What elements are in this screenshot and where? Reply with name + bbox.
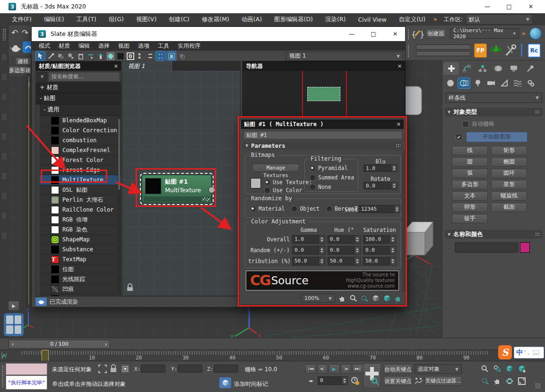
hue-spinner[interactable]: 0.0 <box>328 246 361 255</box>
node-output-socket[interactable] <box>208 187 215 193</box>
randomize-radio[interactable]: Object <box>291 205 320 212</box>
saturation-spinner[interactable]: 100.0 <box>363 235 396 244</box>
minimize-button[interactable]: — <box>476 0 498 13</box>
zoom-icon[interactable] <box>350 295 357 302</box>
hue-spinner[interactable]: 0.0 <box>328 235 361 244</box>
map-list-item[interactable]: RailClone Color <box>40 205 121 215</box>
ribbon-tab-poly-modeling[interactable]: 多边形建 <box>9 66 31 74</box>
maxscript-mini-listener-pink[interactable] <box>6 363 47 375</box>
navigator-node-proxy[interactable] <box>307 87 340 101</box>
helpers-icon[interactable] <box>498 78 510 88</box>
node-resize-hatch[interactable] <box>202 197 210 201</box>
pick-material-icon[interactable] <box>46 51 55 60</box>
tab-motion[interactable] <box>490 62 506 75</box>
slate-maximize-button[interactable]: □ <box>363 27 384 41</box>
shape-button[interactable]: 弧 <box>452 169 488 178</box>
ribbon-tab-modeling[interactable]: 建模 <box>15 57 31 65</box>
map-list-item[interactable]: BlendedBoxMap <box>40 116 121 126</box>
menu-item[interactable]: 文件(F) <box>6 13 38 26</box>
shape-button[interactable]: 线 <box>452 146 488 155</box>
map-list-item[interactable]: 光线跟踪 <box>40 274 121 284</box>
menu-item[interactable]: 组(G) <box>103 13 130 26</box>
menu-item[interactable]: 渲染(R) <box>319 13 352 26</box>
menu-overflow-icon[interactable]: » <box>433 16 437 23</box>
railclone-icon[interactable]: Rc <box>528 43 541 58</box>
rollout-grip[interactable] <box>535 110 540 114</box>
key-filters-button[interactable]: 关键点过滤器... <box>424 376 462 386</box>
spinner-arrows[interactable] <box>389 257 396 265</box>
rollout-grip[interactable] <box>535 232 540 237</box>
time-slider[interactable]: ‹ 0 / 100 › <box>9 340 110 349</box>
slate-minimize-button[interactable]: — <box>341 27 362 41</box>
layout-children-icon[interactable] <box>136 51 145 60</box>
tab-modify[interactable] <box>459 62 475 75</box>
slate-menu-item[interactable]: 实用程序 <box>173 42 205 50</box>
civil-view-icon[interactable] <box>529 27 542 40</box>
filtering-radio[interactable]: None <box>310 184 358 190</box>
ime-punctuation-mode[interactable]: ’， <box>524 349 531 356</box>
lights-icon[interactable] <box>472 78 484 88</box>
duplicate-material-icon[interactable] <box>56 51 65 60</box>
toolbar-overflow-icon[interactable]: » <box>522 30 526 37</box>
shape-button[interactable]: 星形 <box>491 180 527 189</box>
map-list-item[interactable]: 凹痕 <box>40 284 121 294</box>
gamma-spinner[interactable]: 0.0 <box>292 246 325 255</box>
viewport-layout-button[interactable] <box>4 313 24 336</box>
slate-menu-item[interactable]: 材质 <box>54 42 74 50</box>
shape-button[interactable]: 圆 <box>452 157 488 167</box>
systems-icon[interactable] <box>525 78 536 88</box>
blur-spinner[interactable]: 1.0 <box>363 164 398 172</box>
group-general[interactable]: - 通用 <box>40 104 121 116</box>
auto-key-button[interactable]: 自动关键点 <box>384 364 412 374</box>
menu-item[interactable]: Civil View <box>352 13 392 26</box>
go-to-start-button[interactable]: |◀◀ <box>305 364 316 374</box>
pan-hand-icon[interactable] <box>339 295 346 302</box>
redo-icon[interactable]: ↷ <box>20 27 30 38</box>
spinner-arrows[interactable] <box>391 165 397 171</box>
dialog-name-field[interactable]: 贴图 #1 <box>243 131 402 139</box>
shape-button[interactable]: 截面 <box>491 203 527 212</box>
scrollbar-thumb[interactable] <box>118 119 120 190</box>
map-list-item[interactable]: ComplexFresnel <box>40 145 121 155</box>
zoom-extents-selected-icon[interactable] <box>383 295 391 302</box>
spinner-arrows[interactable] <box>389 247 396 254</box>
shape-button[interactable]: 卵形 <box>452 203 488 212</box>
map-list-item[interactable]: OSL 贴图 <box>40 185 121 195</box>
move-children-icon[interactable] <box>86 51 95 60</box>
ime-keyboard-icon[interactable] <box>533 350 539 355</box>
dialog-scrollbar[interactable] <box>402 151 405 292</box>
spinner-arrows[interactable] <box>394 205 400 213</box>
tools-wrench-icon[interactable] <box>504 43 517 58</box>
map-list-item[interactable]: ShapeMap <box>40 235 121 245</box>
assign-material-icon[interactable] <box>66 51 75 60</box>
show-background-icon[interactable] <box>116 51 125 60</box>
rotate-spinner[interactable]: 0.0 <box>363 182 398 189</box>
spinner-arrows[interactable] <box>389 236 396 243</box>
previous-key-button[interactable]: ◀| <box>317 364 328 374</box>
node-thumbnail[interactable] <box>145 178 161 194</box>
browser-titlebar[interactable]: 材质/贴图浏览器 ✕ <box>36 61 121 71</box>
space-warps-icon[interactable] <box>511 78 523 88</box>
name-color-rollout[interactable]: ▼ 名称和颜色 <box>445 230 543 239</box>
workspace-dropdown[interactable]: 默认 ▼ <box>466 14 533 25</box>
multitexture-node[interactable]: 贴图 #1 MultiTexture <box>142 175 212 203</box>
maximize-button[interactable]: □ <box>498 0 520 13</box>
menu-item[interactable]: 图形编辑器(D) <box>268 13 319 26</box>
y-coordinate-input[interactable] <box>178 365 202 373</box>
layout-tree-icon[interactable] <box>146 51 155 60</box>
zoom-all-icon[interactable] <box>492 363 503 375</box>
geometry-icon[interactable] <box>444 78 456 88</box>
node-canvas[interactable]: 贴图 #1 MultiTexture <box>123 71 240 296</box>
mini-curve-editor-icon[interactable] <box>1 351 8 360</box>
slate-view-dropdown[interactable]: 视图 1 ▼ <box>286 51 403 61</box>
pan-hand-icon[interactable] <box>492 375 503 387</box>
menu-item[interactable]: 工具(T) <box>70 13 103 26</box>
render-teapot-icon[interactable] <box>9 43 22 54</box>
absolute-mode-icon[interactable] <box>120 364 130 374</box>
next-frame-icon[interactable]: › <box>102 340 110 348</box>
menu-item[interactable]: 动画(A) <box>235 13 268 26</box>
key-mode-icon[interactable] <box>415 376 423 385</box>
selection-region-icon[interactable] <box>98 365 107 373</box>
set-key-button[interactable]: 设置关键点 <box>384 376 412 386</box>
zoom-region-icon[interactable] <box>479 375 491 387</box>
